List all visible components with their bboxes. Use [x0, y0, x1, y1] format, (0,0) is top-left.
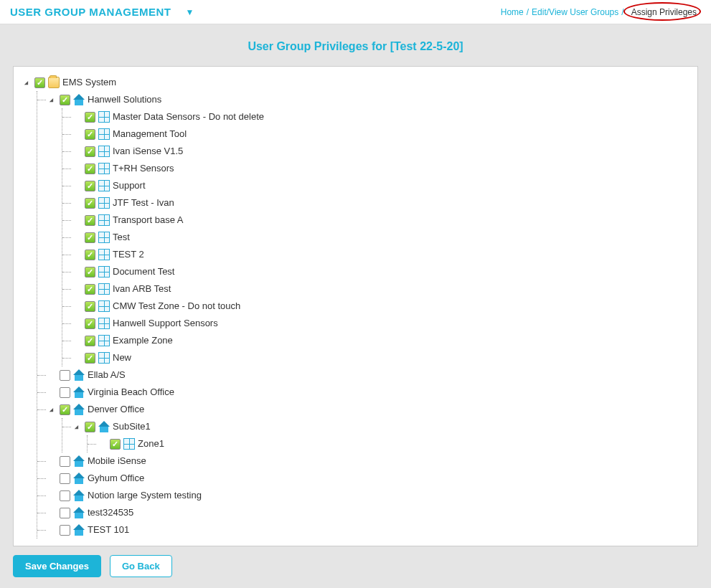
tree-node-label[interactable]: Denver Office [88, 401, 144, 418]
tree-node-label[interactable]: Hanwell Support Sensors [113, 315, 218, 332]
tree-node-label[interactable]: CMW Test Zone - Do not touch [113, 298, 240, 315]
tree-node-label[interactable]: EMS System [62, 74, 116, 91]
checkbox[interactable] [60, 473, 70, 484]
checkbox[interactable] [85, 129, 95, 140]
page-title: USER GROUP MANAGEMENT [10, 6, 171, 18]
house-icon [73, 387, 85, 398]
grid-icon [98, 111, 110, 123]
grid-icon [98, 163, 110, 174]
tree-node-label[interactable]: Test [113, 229, 130, 246]
tree-node-label[interactable]: Ivan iSense V1.5 [113, 143, 183, 160]
tree-node-label[interactable]: test324535 [88, 504, 133, 521]
tree-node-label[interactable]: Ellab A/S [88, 366, 126, 384]
expand-toggle[interactable]: ◢ [72, 423, 80, 431]
tree-node-label[interactable]: Management Tool [113, 125, 187, 143]
grid-icon [98, 197, 110, 209]
checkbox[interactable] [60, 525, 70, 536]
expand-toggle[interactable]: ◢ [47, 406, 55, 414]
expand-toggle[interactable]: ◢ [22, 79, 30, 87]
checkbox[interactable] [60, 95, 70, 105]
checkbox[interactable] [85, 112, 95, 123]
breadcrumb: Home / Edit/View User Groups / Assign Pr… [501, 6, 701, 18]
tree-node-label[interactable]: Transport base A [113, 212, 184, 229]
checkbox[interactable] [85, 146, 95, 157]
go-back-button[interactable]: Go Back [110, 555, 172, 577]
grid-icon [98, 352, 110, 364]
checkbox[interactable] [110, 439, 121, 450]
grid-icon [98, 128, 110, 140]
grid-icon [98, 318, 110, 329]
house-icon [73, 507, 85, 518]
breadcrumb-edit-view[interactable]: Edit/View User Groups [532, 7, 618, 17]
house-icon [73, 404, 85, 415]
grid-icon [98, 180, 110, 191]
checkbox[interactable] [85, 232, 95, 243]
breadcrumb-home[interactable]: Home [501, 7, 524, 17]
grid-icon [98, 146, 110, 157]
house-icon [73, 490, 85, 501]
breadcrumb-assign-privileges[interactable]: Assign Privileges [627, 6, 701, 18]
checkbox[interactable] [85, 422, 95, 432]
checkbox[interactable] [85, 267, 95, 278]
grid-icon [123, 438, 135, 450]
checkbox[interactable] [85, 198, 95, 209]
checkbox[interactable] [60, 456, 70, 467]
checkbox[interactable] [85, 284, 95, 295]
house-icon [73, 455, 85, 467]
tree-node-label[interactable]: Mobile iSense [88, 452, 146, 470]
title-dropdown-icon[interactable]: ▼ [185, 7, 194, 17]
tree-node-label[interactable]: Ivan ARB Test [113, 280, 171, 298]
grid-icon [98, 335, 110, 346]
checkbox[interactable] [60, 370, 70, 381]
house-icon [73, 369, 85, 381]
tree-node-label[interactable]: New [113, 349, 131, 366]
checkbox[interactable] [85, 353, 95, 364]
save-button[interactable]: Save Changes [13, 555, 101, 577]
grid-icon [98, 266, 110, 278]
checkbox[interactable] [85, 250, 95, 260]
tree-node-label[interactable]: Master Data Sensors - Do not delete [113, 108, 264, 125]
tree-node-label[interactable]: JTF Test - Ivan [113, 194, 174, 212]
house-icon [73, 473, 85, 484]
tree-node-label[interactable]: Hanwell Solutions [88, 91, 161, 108]
tree-panel: ◢ EMS System ◢ Hanwell Solutions [13, 66, 698, 546]
checkbox[interactable] [85, 163, 95, 174]
subtitle: User Group Privileges for [Test 22-5-20] [3, 24, 708, 66]
tree-node-label[interactable]: Support [113, 177, 146, 194]
tree-node-label[interactable]: Gyhum Office [88, 470, 144, 487]
tree-node-label[interactable]: Notion large System testing [88, 487, 202, 504]
grid-icon [98, 214, 110, 226]
breadcrumb-separator: / [621, 7, 623, 17]
grid-icon [98, 249, 110, 260]
button-row: Save Changes Go Back [3, 546, 708, 586]
grid-icon [98, 232, 110, 243]
folder-icon [48, 77, 60, 88]
checkbox[interactable] [34, 77, 45, 88]
header-bar: USER GROUP MANAGEMENT ▼ Home / Edit/View… [0, 0, 711, 24]
tree-node-label[interactable]: Example Zone [113, 332, 173, 349]
privilege-tree: ◢ EMS System ◢ Hanwell Solutions [22, 74, 689, 539]
checkbox[interactable] [85, 181, 95, 191]
house-icon [98, 421, 110, 432]
tree-node-label[interactable]: SubSite1 [113, 418, 151, 435]
tree-node-label[interactable]: TEST 101 [88, 521, 129, 539]
checkbox[interactable] [85, 318, 95, 329]
checkbox[interactable] [85, 215, 95, 226]
checkbox[interactable] [60, 404, 70, 415]
checkbox[interactable] [85, 301, 95, 312]
checkbox[interactable] [60, 508, 70, 518]
house-icon [73, 94, 85, 105]
tree-node-label[interactable]: Document Test [113, 263, 174, 280]
tree-node-label[interactable]: TEST 2 [113, 246, 144, 263]
expand-toggle[interactable]: ◢ [47, 96, 55, 104]
house-icon [73, 524, 85, 536]
tree-node-label[interactable]: T+RH Sensors [113, 160, 174, 177]
grid-icon [98, 283, 110, 295]
tree-node-label[interactable]: Virginia Beach Office [88, 384, 174, 401]
checkbox[interactable] [60, 490, 70, 501]
checkbox[interactable] [85, 336, 95, 346]
checkbox[interactable] [60, 387, 70, 398]
breadcrumb-separator: / [527, 7, 529, 17]
grid-icon [98, 300, 110, 312]
tree-node-label[interactable]: Zone1 [138, 435, 164, 452]
